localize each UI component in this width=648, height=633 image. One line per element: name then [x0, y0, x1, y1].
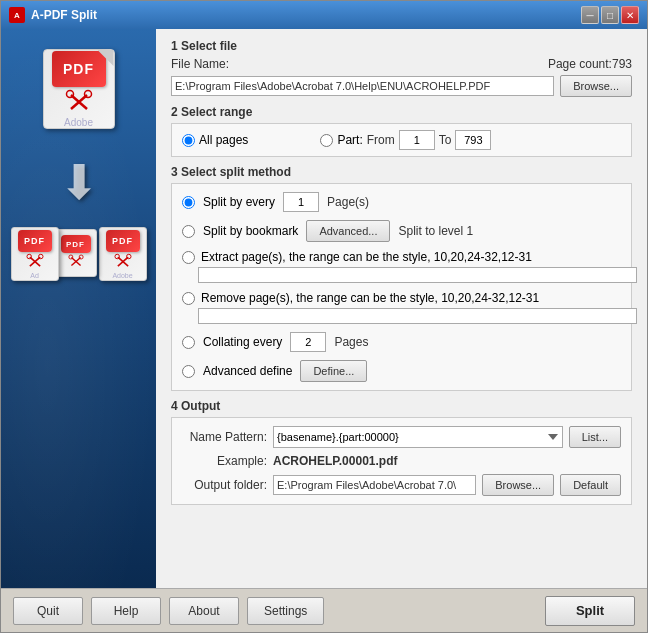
svg-point-6	[26, 254, 31, 259]
remove-pages-radio[interactable]	[182, 292, 195, 305]
svg-point-2	[66, 90, 73, 97]
close-button[interactable]: ✕	[621, 6, 639, 24]
advanced-define-row: Advanced define Define...	[182, 360, 621, 382]
default-button[interactable]: Default	[560, 474, 621, 496]
section-select-range: 2 Select range All pages Part: From To	[171, 105, 632, 157]
browse-file-button[interactable]: Browse...	[560, 75, 632, 97]
acrobat-icon-bm	[67, 253, 85, 269]
svg-point-3	[84, 90, 91, 97]
title-bar: A A-PDF Split ─ □ ✕	[1, 1, 647, 29]
name-pattern-select[interactable]: {basename}.{part:00000}	[273, 426, 563, 448]
remove-pages-input[interactable]	[198, 308, 637, 324]
acrobat-icon-bl	[25, 252, 45, 270]
pdf-badge-bottom-left: PDF Ad	[11, 227, 59, 281]
sidebar: PDF Adobe ⬇ PDF	[1, 29, 156, 588]
split-by-every-radio[interactable]	[182, 196, 195, 209]
output-folder-row: Output folder: Browse... Default	[182, 474, 621, 496]
split-by-every-label[interactable]: Split by every	[203, 195, 275, 209]
window-title: A-PDF Split	[31, 8, 97, 22]
svg-point-7	[38, 254, 43, 259]
file-name-label: File Name:	[171, 57, 229, 71]
part-label[interactable]: Part:	[337, 133, 362, 147]
help-button[interactable]: Help	[91, 597, 161, 625]
advanced-define-label[interactable]: Advanced define	[203, 364, 292, 378]
collating-row: Collating every Pages	[182, 332, 621, 352]
extract-pages-label[interactable]: Extract page(s), the range can be the st…	[201, 250, 532, 264]
collating-radio[interactable]	[182, 336, 195, 349]
about-button[interactable]: About	[169, 597, 239, 625]
define-button[interactable]: Define...	[300, 360, 367, 382]
extract-pages-radio[interactable]	[182, 251, 195, 264]
footer-left-buttons: Quit Help About Settings	[13, 597, 324, 625]
extract-pages-row: Extract page(s), the range can be the st…	[182, 250, 621, 283]
split-pages-input[interactable]	[283, 192, 319, 212]
section-split-method: 3 Select split method Split by every Pag…	[171, 165, 632, 391]
split-button[interactable]: Split	[545, 596, 635, 626]
split-by-bookmark-label[interactable]: Split by bookmark	[203, 224, 298, 238]
section4-title: 4 Output	[171, 399, 632, 413]
maximize-button[interactable]: □	[601, 6, 619, 24]
title-controls: ─ □ ✕	[581, 6, 639, 24]
adobe-label-br: Adobe	[112, 272, 132, 279]
quit-button[interactable]: Quit	[13, 597, 83, 625]
app-icon: A	[9, 7, 25, 23]
part-range-radio[interactable]	[320, 134, 333, 147]
name-pattern-label: Name Pattern:	[182, 430, 267, 444]
range-section: All pages Part: From To	[171, 123, 632, 157]
section-select-file: 1 Select file File Name: Page count:793 …	[171, 39, 632, 97]
output-section: Name Pattern: {basename}.{part:00000} Li…	[171, 417, 632, 505]
collating-pages-label: Pages	[334, 335, 368, 349]
split-section: Split by every Page(s) Split by bookmark…	[171, 183, 632, 391]
collating-label[interactable]: Collating every	[203, 335, 282, 349]
pdf-red-label-top: PDF	[52, 51, 106, 87]
to-label: To	[439, 133, 452, 147]
from-input[interactable]	[399, 130, 435, 150]
browse-output-button[interactable]: Browse...	[482, 474, 554, 496]
svg-point-11	[79, 255, 83, 259]
section3-title: 3 Select split method	[171, 165, 632, 179]
range-row: All pages Part: From To	[182, 130, 621, 150]
pages-label: Page(s)	[327, 195, 369, 209]
file-row: File Name: Page count:793	[171, 57, 632, 71]
remove-pages-label[interactable]: Remove page(s), the range can be the sty…	[201, 291, 539, 305]
remove-radio-row: Remove page(s), the range can be the sty…	[182, 291, 539, 305]
output-folder-input[interactable]	[273, 475, 476, 495]
section-output: 4 Output Name Pattern: {basename}.{part:…	[171, 399, 632, 505]
svg-point-15	[126, 254, 131, 259]
settings-button[interactable]: Settings	[247, 597, 324, 625]
main-content: 1 Select file File Name: Page count:793 …	[156, 29, 647, 588]
all-pages-label[interactable]: All pages	[199, 133, 248, 147]
example-label: Example:	[182, 454, 267, 468]
extract-pages-input[interactable]	[198, 267, 637, 283]
file-input-row: Browse...	[171, 75, 632, 97]
acrobat-icon-top	[65, 87, 93, 115]
pdf-red-label-bl: PDF	[18, 230, 52, 252]
example-value: ACROHELP.00001.pdf	[273, 454, 397, 468]
section2-title: 2 Select range	[171, 105, 632, 119]
all-pages-radio[interactable]	[182, 134, 195, 147]
main-window: A A-PDF Split ─ □ ✕ PDF	[0, 0, 648, 633]
split-to-level-label: Split to level 1	[398, 224, 473, 238]
adobe-label-top: Adobe	[64, 117, 93, 128]
svg-point-14	[114, 254, 119, 259]
to-input[interactable]	[455, 130, 491, 150]
advanced-define-radio[interactable]	[182, 365, 195, 378]
pdf-icon-top: PDF Adobe	[39, 49, 119, 139]
file-path-input[interactable]	[171, 76, 554, 96]
part-radio-group: Part: From To	[320, 130, 491, 150]
window-body: PDF Adobe ⬇ PDF	[1, 29, 647, 588]
pdf-red-label-bm: PDF	[61, 235, 91, 253]
list-button[interactable]: List...	[569, 426, 621, 448]
from-label: From	[367, 133, 395, 147]
extract-radio-row: Extract page(s), the range can be the st…	[182, 250, 532, 264]
collating-input[interactable]	[290, 332, 326, 352]
split-by-bookmark-radio[interactable]	[182, 225, 195, 238]
adobe-label-bl: Ad	[30, 272, 39, 279]
all-pages-radio-group: All pages	[182, 133, 248, 147]
output-folder-label: Output folder:	[182, 478, 267, 492]
svg-line-12	[117, 257, 127, 266]
pdf-badge-bottom-mid: PDF	[55, 229, 97, 277]
split-by-bookmark-row: Split by bookmark Advanced... Split to l…	[182, 220, 621, 242]
minimize-button[interactable]: ─	[581, 6, 599, 24]
advanced-button[interactable]: Advanced...	[306, 220, 390, 242]
